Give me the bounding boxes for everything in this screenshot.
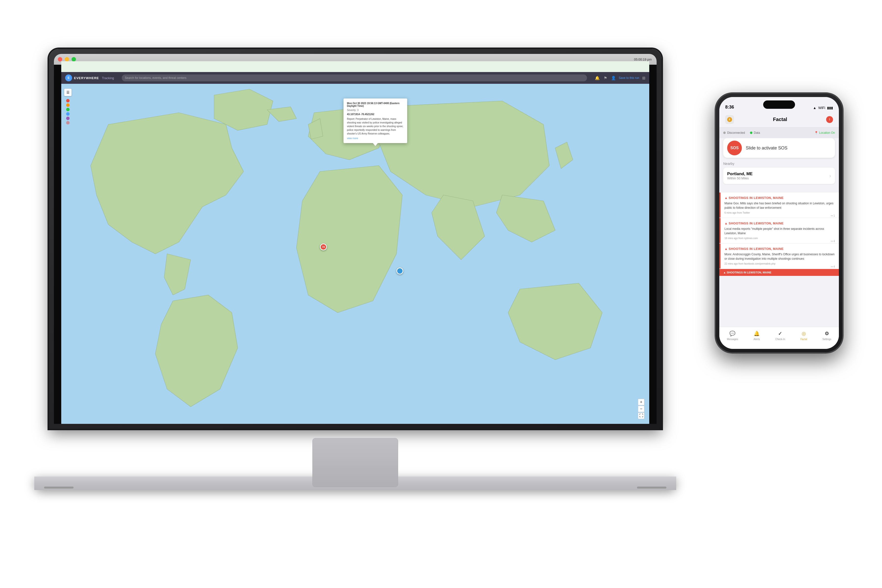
incident-card-3[interactable]: ▲ SHOOTINGS IN LEWISTON, MAINE More: And… — [719, 243, 839, 268]
logo-circle: E — [65, 75, 72, 81]
disconnected-status: Disconnected — [723, 131, 745, 135]
sos-button[interactable]: SOS — [727, 141, 742, 155]
nav-item-settings[interactable]: ⚙ Settings — [822, 330, 831, 340]
titlebar-time: 05:00:19 pm — [634, 58, 652, 61]
brand-name: EVERYWHERE — [74, 76, 99, 80]
incident-count-3: ⇒ 4 — [831, 265, 835, 268]
nav-item-checkin[interactable]: ✓ Check-In — [776, 330, 785, 340]
location-row[interactable]: Portland, ME Within 50 Miles › — [723, 168, 835, 184]
app-title: Factal — [773, 117, 787, 122]
incident-bar-label: ▲ SHOOTINGS IN LEWISTON, MAINE — [723, 271, 835, 274]
location-arrow: › — [830, 173, 831, 178]
close-dot[interactable] — [58, 57, 62, 62]
marker-circle-blue — [396, 267, 403, 274]
sos-slide-text: Slide to activate SOS — [746, 146, 788, 151]
incident-card-1[interactable]: ▲ SHOOTINGS IN LEWISTON, MAINE Maine Gov… — [719, 193, 839, 218]
flag-icon[interactable]: ⚑ — [604, 76, 607, 80]
laptop-screen-outer: 05:00:19 pm E EVERYWHERE Tracking Search… — [49, 49, 662, 429]
data-dot — [750, 132, 752, 134]
nav-item-messages[interactable]: 💬 Messages — [727, 330, 738, 340]
status-dot-purple — [66, 117, 70, 120]
nav-label-alerts: Alerts — [754, 338, 760, 340]
save-button[interactable]: Save to this run — [619, 76, 639, 80]
incident-meta-3: 22 mins ago from facebook.com/permalink.… — [724, 262, 835, 265]
messages-icon: 💬 — [729, 330, 736, 337]
status-dot-red — [66, 99, 70, 102]
status-dot-blue — [66, 112, 70, 116]
laptop-foot-right — [637, 487, 666, 489]
location-icon: 📍 — [814, 131, 818, 135]
map-area[interactable]: ☰ Mon Oct 30 2 — [61, 84, 649, 424]
status-icons: ▲ WiFi ▮▮▮ — [813, 106, 833, 110]
map-marker-africa[interactable] — [396, 267, 403, 274]
factal-logo-icon: F — [727, 117, 732, 123]
laptop-base — [34, 477, 676, 490]
zoom-out-button[interactable]: − — [638, 406, 644, 412]
phone-outer: 8:36 ▲ WiFi ▮▮▮ F Factal — [716, 93, 843, 353]
map-marker-main[interactable]: 74 — [320, 243, 327, 250]
incident-count-2: ⇒ 4 — [831, 240, 835, 243]
menu-button[interactable]: ☰ — [64, 89, 72, 96]
svg-text:F: F — [729, 118, 730, 121]
popup-triangle — [373, 143, 378, 146]
laptop-bezel: 05:00:19 pm E EVERYWHERE Tracking Search… — [54, 54, 657, 424]
disconnected-label: Disconnected — [727, 131, 745, 135]
incident-body-2: Local media reports "multiple people" sh… — [724, 226, 835, 236]
incident-bar-4[interactable]: ▲ SHOOTINGS IN LEWISTON, MAINE — [719, 269, 839, 276]
incidents-list: ▲ SHOOTINGS IN LEWISTON, MAINE Maine Gov… — [719, 193, 839, 327]
app-toolbar: E EVERYWHERE Tracking Search for locatio… — [61, 72, 649, 84]
alerts-icon: 🔔 — [753, 330, 760, 337]
fullscreen-button[interactable]: ⛶ — [638, 412, 644, 419]
checkin-icon: ✓ — [777, 330, 784, 337]
status-dots — [64, 99, 72, 124]
wifi-icon: WiFi — [818, 106, 825, 110]
data-label: Data — [754, 131, 760, 135]
nav-item-alerts[interactable]: 🔔 Alerts — [753, 330, 760, 340]
phone-app-header: F Factal ! — [719, 112, 839, 128]
incident-count-1: ⇒ 1 — [831, 214, 835, 218]
popup-severity: Severity: 3 — [347, 109, 404, 111]
location-distance: Within 50 Miles — [727, 176, 753, 180]
toolbar-icons: 🔔 ⚑ 👤 — [595, 76, 616, 80]
popup-link[interactable]: view more — [347, 137, 404, 140]
app-logo-phone: F — [725, 115, 734, 124]
status-dot-orange — [66, 104, 70, 107]
incident-card-2[interactable]: ▲ SHOOTINGS IN LEWISTON, MAINE Local med… — [719, 218, 839, 243]
maximize-dot[interactable] — [72, 57, 76, 62]
section-name: Tracking — [102, 76, 114, 80]
nav-label-messages: Messages — [727, 338, 738, 340]
popup-coords: 43.1071914 -70.4521262 — [347, 113, 404, 116]
incident-body-3: More: Androscoggin County, Maine, Sherif… — [724, 252, 835, 261]
connection-status-row: Disconnected Data 📍 Location On — [719, 128, 839, 138]
nav-item-factal[interactable]: ◎ Factal — [800, 330, 807, 340]
phone-screen: 8:36 ▲ WiFi ▮▮▮ F Factal — [719, 97, 839, 349]
user-icon[interactable]: 👤 — [611, 76, 616, 80]
map-controls: + − ⛶ — [638, 399, 644, 419]
laptop-screen: E EVERYWHERE Tracking Search for locatio… — [61, 61, 649, 424]
zoom-in-button[interactable]: + — [638, 399, 644, 405]
location-info: Portland, ME Within 50 Miles — [727, 171, 753, 180]
nearby-label: Nearby — [723, 162, 835, 166]
bell-icon[interactable]: 🔔 — [595, 76, 600, 80]
status-time: 8:36 — [725, 105, 734, 110]
location-label: Location On — [819, 131, 835, 135]
battery-icon: ▮▮▮ — [827, 106, 833, 110]
incident-title-3: ▲ SHOOTINGS IN LEWISTON, MAINE — [724, 247, 835, 250]
laptop-foot-left — [44, 487, 74, 489]
factal-nav-icon: ◎ — [800, 330, 807, 337]
map-popup: Mon Oct 30 2023 19:56:13 GMT-0400 (Easte… — [344, 99, 407, 143]
settings-icon: ⚙ — [824, 330, 830, 337]
notification-badge: ! — [826, 116, 833, 123]
nav-label-checkin: Check-In — [776, 338, 785, 340]
dynamic-island — [763, 100, 795, 109]
grid-icon[interactable]: ⊞ — [642, 76, 645, 80]
trackpad[interactable] — [312, 438, 398, 487]
minimize-dot[interactable] — [64, 57, 69, 62]
nav-label-settings: Settings — [822, 338, 831, 340]
search-placeholder: Search for locations, events, and threat… — [125, 76, 186, 80]
disconnected-dot — [723, 132, 726, 134]
search-bar[interactable]: Search for locations, events, and threat… — [122, 75, 587, 81]
data-status: Data — [750, 131, 760, 135]
phone: 8:36 ▲ WiFi ▮▮▮ F Factal — [716, 93, 843, 353]
status-dot-red2 — [66, 121, 70, 124]
